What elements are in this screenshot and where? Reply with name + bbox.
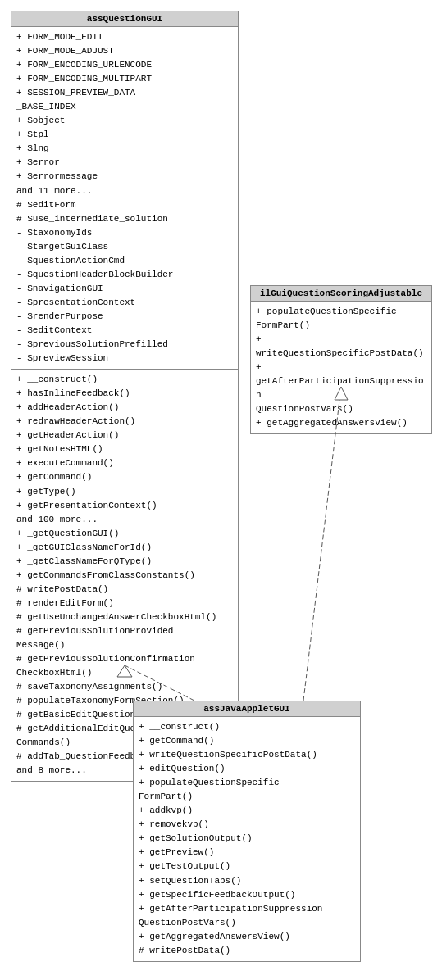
ass-java-applet-gui-box: assJavaAppletGUI + __construct() + getCo… (133, 701, 361, 962)
il-gui-question-scoring-methods: + populateQuestionSpecific FormPart() + … (251, 302, 431, 433)
ass-java-applet-gui-methods-text: + __construct() + getCommand() + writeQu… (139, 720, 355, 958)
ass-question-gui-attrs-text: + FORM_MODE_EDIT + FORM_MODE_ADJUST + FO… (16, 30, 233, 365)
ass-java-applet-gui-methods: + __construct() + getCommand() + writeQu… (134, 717, 360, 961)
ass-question-gui-box: assQuestionGUI + FORM_MODE_EDIT + FORM_M… (11, 11, 239, 782)
ass-question-gui-attributes: + FORM_MODE_EDIT + FORM_MODE_ADJUST + FO… (11, 27, 238, 370)
ass-java-applet-gui-title: assJavaAppletGUI (134, 701, 360, 717)
il-gui-question-scoring-methods-text: + populateQuestionSpecific FormPart() + … (256, 305, 426, 430)
il-gui-question-scoring-title: ilGuiQuestionScoringAdjustable (251, 286, 431, 302)
il-gui-question-scoring-box: ilGuiQuestionScoringAdjustable + populat… (250, 285, 432, 434)
diagram-container: assQuestionGUI + FORM_MODE_EDIT + FORM_M… (0, 0, 442, 980)
ass-question-gui-title: assQuestionGUI (11, 11, 238, 27)
